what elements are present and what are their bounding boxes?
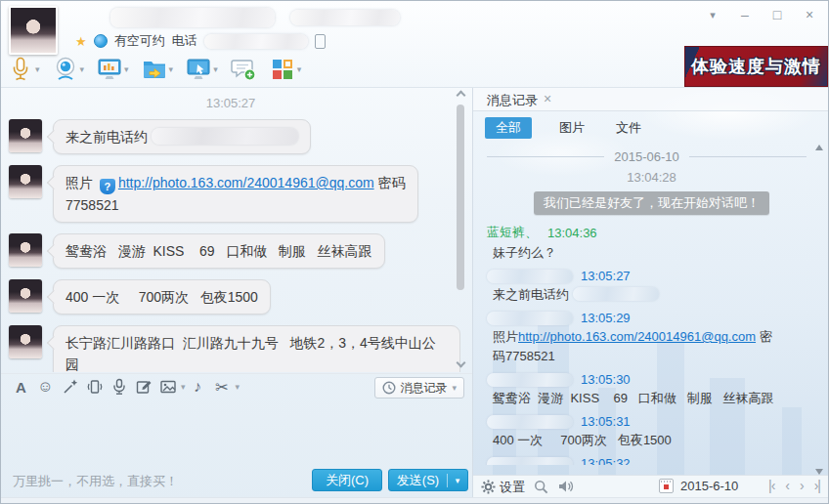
maximize-button[interactable]: □: [768, 7, 786, 22]
scroll-down-icon[interactable]: [457, 358, 466, 368]
nav-last-button[interactable]: ›|: [814, 478, 820, 493]
url-safety-shield-icon[interactable]: ?: [100, 179, 115, 194]
history-scroll-up-icon[interactable]: [815, 145, 823, 150]
send-options-caret[interactable]: ▾: [448, 476, 467, 485]
photo-link[interactable]: http://photo.163.com/240014961@qq.com: [118, 175, 374, 190]
send-label: 发送(S): [389, 472, 447, 489]
font-icon[interactable]: A: [9, 375, 33, 399]
contact-name-redacted-2: [290, 10, 400, 25]
nav-prev-button[interactable]: ‹: [785, 478, 789, 493]
input-toolbar: A ☺ ▾ ♪ ✂ ▾ 消息记录 ▾: [1, 373, 472, 399]
music-icon[interactable]: ♪: [186, 375, 210, 399]
skin-menu-button[interactable]: ▾: [704, 7, 721, 22]
ad-banner-text: 体验速度与激情: [691, 55, 821, 78]
record-text: 密: [756, 329, 772, 344]
filter-all[interactable]: 全部: [485, 117, 532, 139]
record-sender-row: 13:05:30: [487, 372, 631, 387]
sender-avatar[interactable]: [9, 119, 42, 152]
video-call-icon[interactable]: [52, 54, 79, 84]
speaker-icon[interactable]: [558, 480, 574, 493]
close-chat-button[interactable]: 关闭(C): [312, 469, 382, 491]
close-window-button[interactable]: ×: [801, 7, 818, 22]
screenshot-caret[interactable]: ▾: [236, 382, 240, 392]
sender-avatar[interactable]: [9, 165, 42, 198]
voice-call-caret[interactable]: ▾: [35, 64, 40, 74]
voice-call-icon[interactable]: [7, 54, 34, 84]
scroll-up-icon[interactable]: [457, 91, 466, 101]
file-transfer-group: ▾: [141, 54, 174, 84]
apps-caret[interactable]: ▾: [297, 64, 302, 74]
filter-images[interactable]: 图片: [555, 117, 589, 139]
phone-number-redacted: [204, 34, 308, 49]
message-row: 400 一次 700两次 包夜1500: [9, 279, 460, 315]
send-button[interactable]: 发送(S) ▾: [388, 469, 468, 491]
record-sender-row: 13:05:32: [487, 456, 631, 465]
contact-avatar[interactable]: [9, 6, 58, 55]
settings-gear-icon[interactable]: [481, 480, 496, 494]
new-chat-icon[interactable]: [230, 54, 257, 84]
tab-message-history[interactable]: 消息记录: [487, 92, 538, 109]
file-transfer-caret[interactable]: ▾: [169, 64, 174, 74]
search-icon[interactable]: [534, 480, 548, 494]
divider-line: [689, 156, 807, 157]
message-input[interactable]: [1, 400, 472, 469]
message-bubble: 照片 ?http://photo.163.com/240014961@qq.co…: [53, 165, 418, 223]
voice-message-icon[interactable]: [107, 375, 131, 399]
qq-chat-window: ★ 有空可约 电话 ▾ – □ × ▾ ▾: [0, 0, 829, 504]
window-controls: ▾ – □ ×: [704, 7, 818, 22]
settings-label[interactable]: 设置: [500, 479, 525, 496]
scrollbar-thumb[interactable]: [457, 105, 464, 290]
edit-note-icon[interactable]: [131, 375, 155, 399]
message-history-caret[interactable]: ▾: [452, 383, 457, 393]
nav-first-button[interactable]: |‹: [768, 478, 774, 493]
history-date[interactable]: 2015-6-10: [680, 479, 738, 493]
screen-demo-caret[interactable]: ▾: [124, 64, 129, 74]
record-message: 鸳鸯浴 漫游 KISS 69 口和做 制服 丝袜高跟: [493, 389, 774, 408]
screenshot-icon[interactable]: ✂: [210, 375, 235, 399]
chat-scrollbar[interactable]: [455, 88, 467, 372]
apps-icon[interactable]: [269, 54, 296, 84]
message-row: 鸳鸯浴 漫游 KISS 69 口和做 制服 丝袜高跟: [9, 233, 460, 269]
record-text: 来之前电话约: [493, 287, 573, 302]
message-history-button[interactable]: 消息记录 ▾: [374, 377, 464, 399]
screen-demo-icon[interactable]: [96, 54, 123, 84]
remote-desktop-icon[interactable]: [185, 54, 212, 84]
record-time: 13:04:36: [547, 226, 597, 240]
image-icon[interactable]: [155, 375, 180, 399]
sender-avatar[interactable]: [9, 279, 42, 313]
window-shake-icon[interactable]: [82, 375, 107, 399]
message-row: 照片 ?http://photo.163.com/240014961@qq.co…: [9, 165, 460, 223]
chat-panel: 13:05:27 来之前电话约 照片 ?http://photo.163.com…: [1, 88, 472, 497]
ad-link[interactable]: 万里挑一，不用选，直接买！: [13, 473, 178, 490]
photo-link[interactable]: http://photo.163.com/240014961@qq.com: [518, 329, 756, 344]
message-text: 长宁路汇川路路口 汇川路九十九号 地铁2，3，4号线中山公园: [65, 335, 436, 372]
sender-avatar[interactable]: [9, 233, 42, 267]
nav-next-button[interactable]: ›: [800, 478, 804, 493]
qq-level-icon: [94, 34, 108, 48]
ad-banner[interactable]: 体验速度与激情: [684, 46, 828, 87]
remote-desktop-caret[interactable]: ▾: [213, 64, 218, 74]
sender-name-redacted: [487, 270, 573, 283]
filter-files[interactable]: 文件: [612, 117, 645, 139]
timestamp: 13:05:27: [1, 96, 460, 110]
record-time: 13:05:32: [581, 456, 631, 465]
message-row: 长宁路汇川路路口 汇川路九十九号 地铁2，3，4号线中山公园站七号口出: [9, 325, 460, 372]
tab-close-icon[interactable]: ×: [544, 91, 551, 106]
phone-label: 电话: [172, 32, 197, 50]
file-transfer-icon[interactable]: [141, 54, 168, 84]
emoji-icon[interactable]: ☺: [33, 375, 58, 399]
video-call-caret[interactable]: ▾: [80, 64, 85, 74]
record-time: 13:04:28: [627, 170, 676, 185]
redacted-text: [152, 128, 298, 145]
record-text: 照片: [493, 329, 518, 344]
remote-desktop-group: ▾: [185, 54, 218, 84]
calendar-icon[interactable]: [659, 479, 674, 493]
record-sender-row: 13:05:27: [487, 269, 631, 283]
record-message: 400 一次 700两次 包夜1500: [493, 431, 672, 450]
minimize-button[interactable]: –: [736, 7, 754, 22]
history-records: 13:04:28 我们已经是好友了，现在开始对话吧！ 蓝短裤、 13:04:36…: [473, 166, 816, 465]
sender-avatar[interactable]: [9, 325, 42, 358]
record-sender-row: 蓝短裤、 13:04:36: [487, 224, 597, 241]
magic-wand-icon[interactable]: [58, 375, 82, 399]
sender-name[interactable]: 蓝短裤、: [487, 224, 538, 241]
